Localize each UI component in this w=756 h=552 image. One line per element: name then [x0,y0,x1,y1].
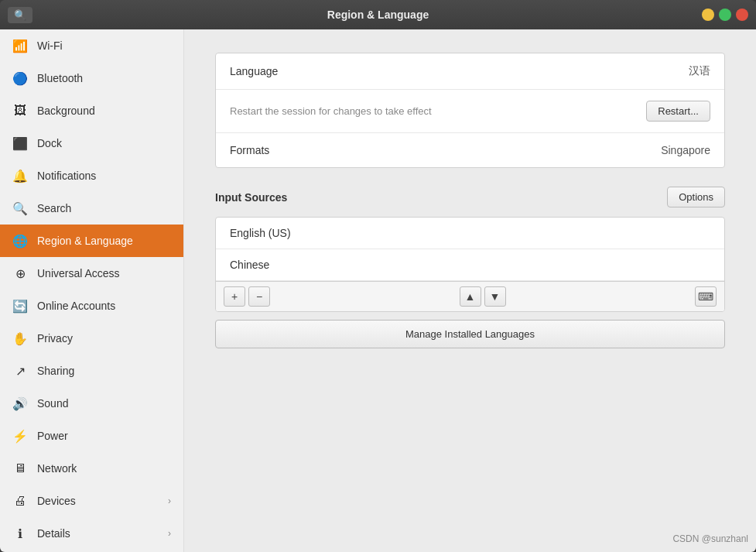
sidebar-label-region-language: Region & Language [37,235,171,247]
sidebar-label-online-accounts: Online Accounts [37,300,171,312]
power-icon: ⚡ [12,429,28,444]
watermark: CSDN @sunzhanl [672,533,748,544]
language-value: 汉语 [689,64,710,78]
sidebar-item-universal-access[interactable]: ⊕Universal Access [0,257,183,290]
formats-row: Formats Singapore [216,133,724,167]
sidebar-label-devices: Devices [37,495,159,507]
minimize-button[interactable]: − [702,9,714,21]
manage-languages-button[interactable]: Manage Installed Languages [215,320,725,348]
window-title: Region & Language [327,9,429,21]
devices-icon: 🖨 [12,494,28,508]
sidebar-item-dock[interactable]: ⬛Dock [0,127,183,159]
dock-icon: ⬛ [12,136,28,151]
sidebar-label-sound: Sound [37,397,171,410]
sidebar-item-sharing[interactable]: ↗Sharing [0,355,183,387]
sidebar-item-bluetooth[interactable]: 🔵Bluetooth [0,62,183,94]
universal-access-icon: ⊕ [12,266,28,281]
formats-value: Singapore [661,144,710,156]
sidebar-label-universal-access: Universal Access [37,267,171,279]
move-up-button[interactable]: ▲ [460,286,481,307]
move-down-button[interactable]: ▼ [484,286,506,307]
main-window: 🔍 Region & Language − □ × 📶Wi-Fi🔵Bluetoo… [0,0,756,552]
sidebar-label-notifications: Notifications [37,170,171,182]
input-sources-header: Input Sources Options [215,187,725,207]
chevron-icon-details: › [168,528,171,539]
remove-source-button[interactable]: − [248,286,270,307]
privacy-icon: ✋ [12,331,28,346]
titlebar: 🔍 Region & Language − □ × [0,0,756,29]
search-icon: 🔍 [14,9,26,21]
sound-icon: 🔊 [12,396,28,411]
online-accounts-icon: 🔄 [12,299,28,314]
notifications-icon: 🔔 [12,169,28,183]
sidebar-item-devices[interactable]: 🖨Devices› [0,485,183,517]
add-source-button[interactable]: + [224,286,245,307]
sidebar-item-privacy[interactable]: ✋Privacy [0,322,183,355]
sidebar-label-sharing: Sharing [37,365,171,377]
sidebar-item-network[interactable]: 🖥Network [0,452,183,485]
bluetooth-icon: 🔵 [12,71,28,86]
maximize-button[interactable]: □ [719,9,731,21]
region-language-icon: 🌐 [12,234,28,249]
input-source-english-label: English (US) [230,227,291,239]
options-button[interactable]: Options [667,187,725,207]
background-icon: 🖼 [12,104,28,118]
sidebar-item-background[interactable]: 🖼Background [0,94,183,127]
sidebar-item-wifi[interactable]: 📶Wi-Fi [0,29,183,62]
sidebar-label-network: Network [37,462,171,475]
sidebar-item-online-accounts[interactable]: 🔄Online Accounts [0,290,183,322]
sidebar-item-details[interactable]: ℹDetails› [0,517,183,550]
keyboard-button[interactable]: ⌨ [695,286,717,307]
input-sources-toolbar: + − ▲ ▼ ⌨ [216,281,724,311]
language-card: Language 汉语 Restart the session for chan… [215,53,725,168]
input-sources-card: English (US) Chinese + − ▲ ▼ ⌨ [215,217,725,312]
window-controls: − □ × [702,9,748,21]
language-row: Language 汉语 [216,53,724,90]
sharing-icon: ↗ [12,364,28,379]
sidebar-label-dock: Dock [37,137,171,149]
wifi-icon: 📶 [12,39,28,53]
details-icon: ℹ [12,526,28,541]
sidebar-item-region-language[interactable]: 🌐Region & Language [0,225,183,257]
input-source-chinese[interactable]: Chinese [216,249,724,281]
network-icon: 🖥 [12,461,28,475]
content-area: 📶Wi-Fi🔵Bluetooth🖼Background⬛Dock🔔Notific… [0,29,756,552]
sidebar-label-wifi: Wi-Fi [37,39,171,52]
sidebar-item-search[interactable]: 🔍Search [0,192,183,225]
restart-button[interactable]: Restart... [646,101,710,122]
restart-note: Restart the session for changes to take … [230,105,646,117]
reorder-buttons: ▲ ▼ [460,286,506,307]
close-button[interactable]: × [736,9,748,21]
sidebar-label-search: Search [37,202,171,214]
restart-row: Restart the session for changes to take … [216,90,724,133]
main-content: Language 汉语 Restart the session for chan… [184,29,756,552]
sidebar-label-bluetooth: Bluetooth [37,72,171,84]
sidebar-label-privacy: Privacy [37,332,171,345]
sidebar-label-power: Power [37,430,171,442]
sidebar-item-sound[interactable]: 🔊Sound [0,387,183,420]
sidebar-label-details: Details [37,527,159,540]
search-box[interactable]: 🔍 [8,7,32,23]
formats-label: Formats [230,144,661,156]
sidebar-item-power[interactable]: ⚡Power [0,420,183,452]
input-source-english[interactable]: English (US) [216,218,724,249]
sidebar-label-background: Background [37,105,171,117]
input-source-chinese-label: Chinese [230,259,269,271]
search-icon: 🔍 [12,201,28,216]
sidebar-item-notifications[interactable]: 🔔Notifications [0,159,183,192]
sidebar: 📶Wi-Fi🔵Bluetooth🖼Background⬛Dock🔔Notific… [0,29,184,552]
input-sources-title: Input Sources [215,191,667,204]
language-label: Language [230,65,689,77]
chevron-icon-devices: › [168,495,171,506]
